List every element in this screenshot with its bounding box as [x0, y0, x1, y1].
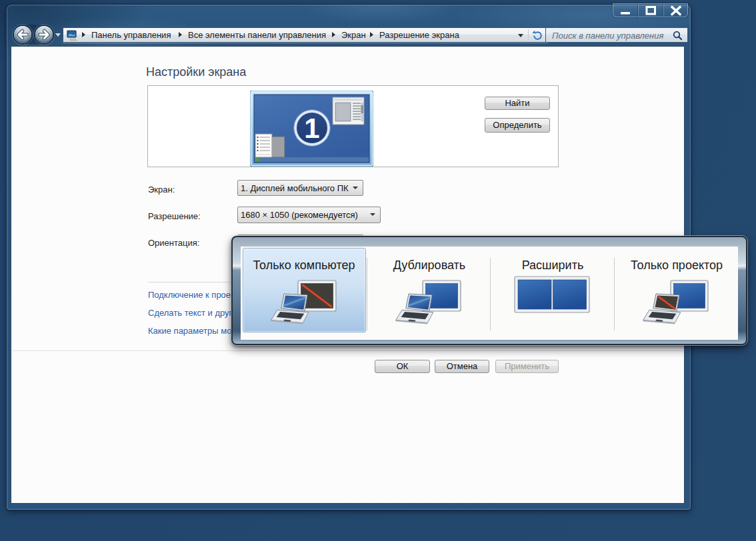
svg-text:1: 1	[304, 113, 319, 144]
